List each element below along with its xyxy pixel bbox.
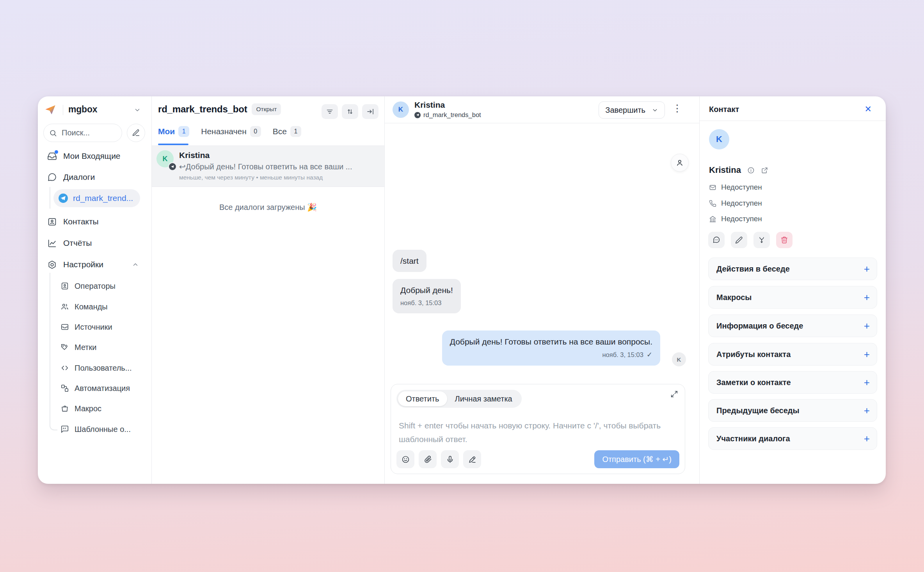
sidebar-item-reports[interactable]: Отчёты [38, 234, 151, 252]
chat-column: K Kristina rd_mark_trends_bot Завершить … [385, 96, 700, 484]
sidebar-item-sources[interactable]: Источники [38, 318, 151, 336]
send-button[interactable]: Отправить (⌘ + ↵) [594, 450, 679, 468]
attach-button[interactable] [419, 450, 437, 468]
section-contact-attributes[interactable]: Атрибуты контакта + [708, 343, 877, 366]
conversation-list-item[interactable]: K Kristina ↩Добрый день! Готовы ответить… [152, 146, 384, 187]
sidebar-item-macros[interactable]: Макрос [38, 400, 151, 417]
app-logo-icon [44, 103, 57, 116]
contact-name: Kristina [709, 165, 741, 175]
chart-icon [47, 238, 57, 248]
contact-company-row: Недоступен [709, 215, 762, 223]
sort-icon [346, 108, 354, 115]
section-previous-conversations[interactable]: Предыдущие беседы + [708, 399, 877, 422]
tab-mine[interactable]: Мои 1 [158, 126, 189, 137]
close-icon[interactable]: ✕ [865, 104, 872, 114]
phone-value: Недоступен [721, 199, 762, 208]
collapse-icon [366, 108, 374, 115]
sidebar-item-inbox[interactable]: Мои Входящие [38, 147, 151, 165]
chevron-down-icon[interactable] [134, 107, 141, 114]
sidebar-item-label: Операторы [75, 282, 116, 291]
delete-contact-button[interactable] [776, 232, 793, 248]
sidebar-item-teams[interactable]: Команды [38, 298, 151, 315]
sidebar-item-contacts[interactable]: Контакты [38, 213, 151, 230]
sort-button[interactable] [342, 104, 358, 119]
tab-private-note[interactable]: Личная заметка [447, 391, 520, 406]
operator-badge-icon [60, 282, 69, 290]
expand-composer-icon[interactable] [670, 390, 679, 398]
compose-button[interactable] [127, 124, 145, 142]
tree-guideline [50, 187, 50, 209]
voice-button[interactable] [441, 450, 459, 468]
contact-card-icon [47, 217, 57, 227]
external-link-icon[interactable] [761, 167, 768, 174]
sidebar-item-operators[interactable]: Операторы [38, 277, 151, 295]
edit-contact-button[interactable] [731, 232, 747, 248]
tab-reply[interactable]: Ответить [398, 391, 447, 406]
conversation-preview: ↩Добрый день! Готовы ответить на все ваш… [179, 162, 376, 171]
logo-divider [63, 105, 63, 115]
sidebar-item-settings[interactable]: Настройки [38, 256, 151, 273]
signature-icon [468, 455, 476, 464]
expand-plus-icon[interactable]: + [864, 433, 870, 444]
expand-plus-icon[interactable]: + [864, 321, 870, 331]
inbox-tray-icon [60, 323, 69, 331]
composer-placeholder[interactable]: Shift + enter чтобы начать новую строку.… [399, 419, 673, 446]
filter-button[interactable] [322, 104, 338, 119]
search-icon [49, 129, 57, 137]
section-conversation-info[interactable]: Информация о беседе + [708, 314, 877, 337]
tab-all[interactable]: Все 1 [273, 126, 301, 137]
chevron-down-icon[interactable] [652, 107, 658, 114]
tab-unassigned[interactable]: Неназначен 0 [201, 126, 261, 137]
compose-pencil-icon [132, 129, 140, 137]
incoming-message[interactable]: Добрый день! нояб. 3, 15:03 [393, 279, 461, 313]
expand-plus-icon[interactable]: + [864, 292, 870, 302]
sidebar-item-label: Шаблонные о... [75, 425, 131, 434]
resolve-label: Завершить [605, 106, 645, 115]
sidebar-item-label: Метки [75, 343, 96, 352]
sidebar-item-label: Пользователь... [75, 364, 131, 373]
contact-email-row: Недоступен [709, 183, 762, 192]
merge-contact-button[interactable] [753, 232, 770, 248]
resolve-button[interactable]: Завершить [599, 101, 665, 119]
sidebar-item-label: rd_mark_trend... [73, 194, 133, 203]
section-title: Предыдущие беседы [716, 406, 864, 415]
gear-icon [47, 260, 57, 270]
collapse-panel-button[interactable] [362, 104, 378, 119]
chat-menu-button[interactable]: ⋮ [672, 103, 682, 114]
sidebar-item-label: Макрос [75, 404, 101, 413]
expand-plus-icon[interactable]: + [864, 377, 870, 387]
search-field[interactable] [61, 128, 109, 138]
signature-button[interactable] [463, 450, 481, 468]
sidebar-item-custom-fields[interactable]: Пользователь... [38, 359, 151, 377]
emoji-button[interactable] [396, 450, 414, 468]
code-icon [60, 364, 69, 372]
expand-plus-icon[interactable]: + [864, 264, 870, 274]
search-input[interactable] [43, 124, 122, 142]
sidebar-item-dialogs[interactable]: Диалоги [38, 169, 151, 186]
tab-count: 1 [290, 126, 301, 137]
section-contact-notes[interactable]: Заметки о контакте + [708, 371, 877, 394]
info-icon[interactable] [747, 167, 755, 174]
message-quote-icon [60, 425, 69, 433]
participants-button[interactable] [671, 154, 689, 172]
expand-plus-icon[interactable]: + [864, 405, 870, 416]
incoming-message[interactable]: /start [393, 250, 426, 272]
section-macros[interactable]: Макросы + [708, 286, 877, 309]
expand-plus-icon[interactable]: + [864, 349, 870, 359]
outgoing-message[interactable]: Добрый день! Готовы ответить на все ваши… [442, 330, 660, 366]
sidebar-item-automation[interactable]: Автоматизация [38, 380, 151, 397]
chat-bubble-icon [47, 172, 57, 182]
sidebar-item-canned-responses[interactable]: Шаблонные о... [38, 421, 151, 438]
sidebar-item-tags[interactable]: Метки [38, 339, 151, 356]
workspace-switcher[interactable]: mgbox [68, 104, 97, 115]
section-dialog-participants[interactable]: Участники диалога + [708, 427, 877, 450]
new-conversation-button[interactable] [708, 232, 725, 248]
tab-label: Все [273, 127, 287, 136]
sidebar-item-channel[interactable]: rd_mark_trend... [53, 189, 140, 207]
building-icon [709, 215, 716, 223]
section-conversation-actions[interactable]: Действия в беседе + [708, 258, 877, 280]
app-window: mgbox Мои Входящие Д [38, 96, 886, 484]
emoji-icon [402, 455, 410, 464]
section-title: Информация о беседе [716, 322, 864, 330]
email-icon [709, 184, 716, 191]
